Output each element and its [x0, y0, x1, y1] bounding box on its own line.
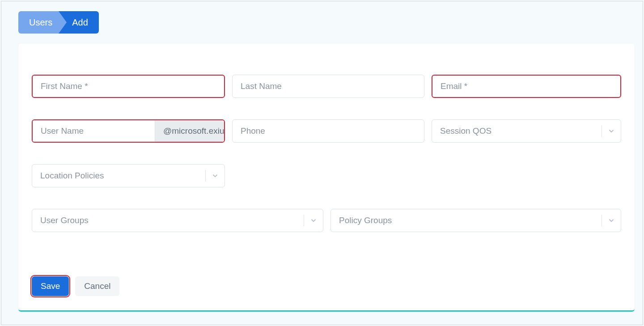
email-input[interactable] [441, 81, 612, 91]
breadcrumb-users[interactable]: Users [18, 11, 59, 34]
email-field[interactable] [432, 75, 621, 98]
last-name-field[interactable] [232, 75, 424, 98]
chevron-down-icon [211, 172, 219, 180]
policy-groups-select[interactable]: Policy Groups [330, 209, 621, 232]
select-divider [602, 215, 602, 226]
session-qos-placeholder: Session QOS [440, 126, 491, 136]
phone-field[interactable] [232, 119, 424, 143]
user-groups-placeholder: User Groups [40, 216, 89, 225]
cancel-button-label: Cancel [84, 281, 110, 291]
first-name-input[interactable] [41, 81, 216, 91]
page-container: Users Add @microsoft.exium.net [1, 1, 643, 325]
form-row-2: @microsoft.exium.net Session QOS [18, 119, 635, 164]
last-name-input[interactable] [241, 81, 416, 91]
location-policies-placeholder: Location Policies [40, 171, 104, 181]
user-name-suffix: @microsoft.exium.net [155, 120, 225, 142]
form-actions: Save Cancel [32, 276, 119, 296]
chevron-down-icon [309, 216, 318, 224]
breadcrumb-users-label: Users [29, 17, 52, 28]
save-button-label: Save [41, 281, 60, 291]
session-qos-select[interactable]: Session QOS [432, 119, 621, 143]
breadcrumb-add-label: Add [72, 17, 88, 28]
select-divider [602, 125, 602, 137]
form-card: @microsoft.exium.net Session QOS Locatio… [18, 43, 635, 312]
first-name-field[interactable] [32, 75, 225, 98]
form-row-4: User Groups Policy Groups [18, 209, 635, 254]
cancel-button[interactable]: Cancel [75, 276, 119, 296]
chevron-down-icon [607, 216, 615, 224]
form-row-3: Location Policies [18, 164, 635, 209]
user-name-input[interactable] [33, 120, 155, 142]
select-divider [205, 170, 206, 182]
user-name-field[interactable]: @microsoft.exium.net [32, 119, 225, 143]
select-divider [304, 215, 304, 226]
policy-groups-placeholder: Policy Groups [339, 216, 392, 225]
user-groups-select[interactable]: User Groups [32, 209, 323, 232]
phone-input[interactable] [241, 126, 416, 136]
breadcrumb: Users Add [18, 11, 99, 34]
form-row-1 [18, 75, 635, 119]
location-policies-select[interactable]: Location Policies [32, 164, 225, 187]
chevron-down-icon [607, 127, 615, 135]
save-button[interactable]: Save [32, 276, 69, 296]
